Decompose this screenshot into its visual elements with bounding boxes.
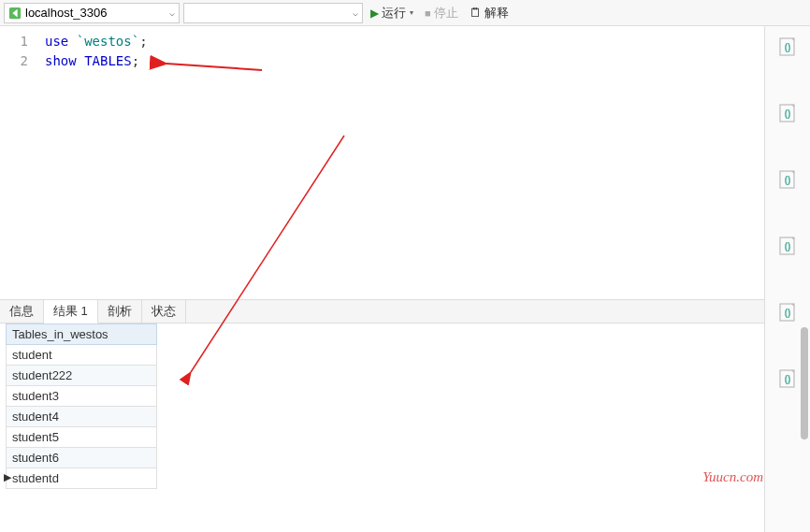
cell[interactable]: student3 — [7, 386, 157, 407]
table-row[interactable]: student4 — [7, 407, 157, 427]
code-area[interactable]: use `westos`;show TABLES; — [37, 26, 148, 299]
tab-剖析[interactable]: 剖析 — [98, 300, 142, 323]
snippet-icon[interactable]: () — [776, 36, 799, 58]
connection-name: localhost_3306 — [25, 6, 107, 20]
table-row[interactable]: student6 — [7, 448, 157, 468]
right-sidebar: ()()()()()() — [765, 26, 810, 532]
sql-editor[interactable]: 12 use `westos`;show TABLES; — [0, 26, 764, 299]
stop-label: 停止 — [434, 5, 458, 22]
run-label: 运行 — [382, 5, 406, 22]
column-header[interactable]: Tables_in_westos — [7, 324, 157, 345]
svg-text:(): () — [785, 308, 791, 318]
svg-text:(): () — [785, 374, 791, 384]
chevron-down-icon: ⌵ — [353, 7, 358, 18]
explain-label: 解释 — [485, 5, 509, 22]
tab-状态[interactable]: 状态 — [142, 300, 186, 323]
chevron-down-icon: ▾ — [410, 8, 413, 17]
table-row[interactable]: student3 — [7, 386, 157, 407]
cell[interactable]: student — [7, 345, 157, 366]
connection-icon — [8, 7, 22, 20]
main-area: 12 use `westos`;show TABLES; 信息结果 1剖析状态 … — [0, 26, 810, 532]
cell[interactable]: student5 — [7, 427, 157, 448]
table-row[interactable]: ▶studentd — [7, 468, 157, 489]
line-number: 2 — [0, 51, 37, 71]
line-number: 1 — [0, 32, 37, 51]
chevron-down-icon: ⌵ — [169, 7, 175, 18]
explain-icon: 🗒 — [470, 6, 482, 20]
snippet-icon[interactable]: () — [776, 301, 799, 324]
snippet-icon[interactable]: () — [776, 168, 799, 191]
database-selector[interactable]: ⌵ — [183, 3, 363, 23]
svg-text:(): () — [785, 175, 791, 185]
watermark: Yuucn.com — [702, 469, 763, 485]
svg-text:(): () — [785, 42, 791, 52]
left-pane: 12 use `westos`;show TABLES; 信息结果 1剖析状态 … — [0, 26, 765, 532]
current-row-marker: ▶ — [4, 471, 11, 483]
svg-text:(): () — [785, 241, 791, 252]
explain-button[interactable]: 🗒 解释 — [466, 3, 513, 23]
cell[interactable]: student222 — [7, 366, 157, 386]
snippet-icon[interactable]: () — [776, 102, 799, 124]
run-button[interactable]: ▶ 运行 ▾ — [367, 3, 417, 23]
snippet-icon[interactable]: () — [776, 367, 799, 390]
tab-信息[interactable]: 信息 — [0, 300, 44, 323]
toolbar: localhost_3306 ⌵ ⌵ ▶ 运行 ▾ ■ 停止 🗒 解释 — [0, 0, 810, 26]
scrollbar-thumb[interactable] — [801, 327, 808, 439]
stop-button[interactable]: ■ 停止 — [421, 3, 462, 23]
line-gutter: 12 — [0, 26, 37, 299]
result-table[interactable]: Tables_in_westos studentstudent222studen… — [6, 324, 157, 489]
connection-selector[interactable]: localhost_3306 ⌵ — [4, 3, 180, 23]
cell[interactable]: student4 — [7, 407, 157, 427]
stop-icon: ■ — [425, 7, 431, 19]
code-line[interactable]: show TABLES; — [45, 51, 148, 71]
snippet-icon[interactable]: () — [776, 235, 799, 257]
table-row[interactable]: student — [7, 345, 157, 366]
table-row[interactable]: student222 — [7, 366, 157, 386]
code-line[interactable]: use `westos`; — [45, 32, 148, 51]
results-panel: Tables_in_westos studentstudent222studen… — [0, 324, 764, 532]
cell[interactable]: student6 — [7, 448, 157, 468]
result-tabs: 信息结果 1剖析状态 — [0, 299, 764, 324]
svg-text:(): () — [785, 108, 791, 119]
tab-结果 1[interactable]: 结果 1 — [44, 300, 98, 324]
cell[interactable]: ▶studentd — [7, 468, 157, 489]
table-row[interactable]: student5 — [7, 427, 157, 448]
play-icon: ▶ — [370, 7, 379, 20]
